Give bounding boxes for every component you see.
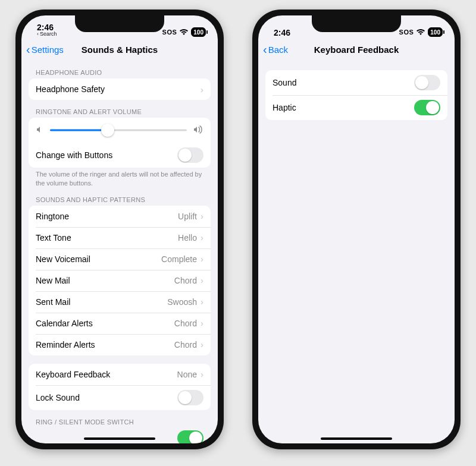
volume-high-icon: [193, 125, 203, 136]
row-value: Chord: [174, 319, 197, 328]
row-pattern[interactable]: New MailChord›: [29, 270, 211, 291]
row-label: Lock Sound: [36, 393, 80, 402]
group-headphone: Headphone Safety ›: [29, 78, 211, 100]
row-label: Reminder Alerts: [36, 340, 95, 350]
screen-sounds-haptics: 2:46 ‹ Search SOS 100 ‹: [21, 15, 218, 443]
toggle-knob: [415, 76, 428, 89]
row-haptic: Haptic: [265, 95, 447, 120]
phone-left: 2:46 ‹ Search SOS 100 ‹: [15, 10, 224, 449]
row-value: Uplift: [178, 212, 197, 221]
battery-indicator: 100: [428, 27, 443, 37]
row-lock-sound: Lock Sound: [29, 385, 211, 410]
notch: [312, 15, 401, 32]
row-label: Keyboard Feedback: [36, 370, 110, 379]
back-button[interactable]: ‹ Back: [263, 38, 288, 61]
row-keyboard-feedback[interactable]: Keyboard Feedback None ›: [29, 364, 211, 385]
chevron-right-icon: ›: [201, 211, 203, 221]
row-value: Complete: [161, 254, 197, 264]
chevron-right-icon: ›: [201, 297, 203, 307]
wifi-icon: [416, 29, 425, 36]
group-header-volume: RINGTONE AND ALERT VOLUME: [29, 100, 211, 118]
battery-indicator: 100: [191, 27, 206, 37]
screen-keyboard-feedback: 2:46 SOS 100 ‹ Back Keyboard Feedback: [258, 15, 455, 443]
row-label: New Mail: [36, 276, 70, 285]
row-sound: Sound: [265, 70, 447, 95]
row-label: Ringtone: [36, 212, 69, 221]
toggle-ring-silent[interactable]: [177, 430, 203, 443]
row-value: Swoosh: [167, 297, 197, 307]
chevron-right-icon: ›: [201, 232, 203, 243]
nav-bar: ‹ Back Keyboard Feedback: [258, 38, 455, 61]
slider-fill: [50, 130, 108, 131]
chevron-left-icon: ‹: [26, 43, 30, 55]
row-pattern[interactable]: Calendar AlertsChord›: [29, 313, 211, 334]
slider-thumb[interactable]: [101, 124, 114, 137]
chevron-right-icon: ›: [201, 84, 203, 95]
toggle-lock-sound[interactable]: [177, 390, 203, 405]
toggle-knob: [178, 149, 192, 162]
group-header-patterns: SOUNDS AND HAPTIC PATTERNS: [29, 188, 211, 206]
row-label: Sent Mail: [36, 297, 70, 307]
row-pattern[interactable]: Sent MailSwoosh›: [29, 291, 211, 313]
chevron-right-icon: ›: [201, 339, 203, 350]
phone-right: 2:46 SOS 100 ‹ Back Keyboard Feedback: [252, 10, 461, 449]
toggle-sound[interactable]: [414, 75, 440, 90]
group-misc: Keyboard Feedback None › Lock Sound: [29, 364, 211, 410]
chevron-right-icon: ›: [201, 275, 203, 285]
row-pattern[interactable]: Reminder AlertsChord›: [29, 334, 211, 355]
home-indicator[interactable]: [84, 437, 155, 440]
row-headphone-safety[interactable]: Headphone Safety ›: [29, 78, 211, 100]
row-label: Change with Buttons: [36, 150, 112, 160]
row-pattern[interactable]: Text ToneHello›: [29, 227, 211, 248]
toggle-knob: [426, 101, 439, 114]
group-keyboard-feedback: Sound Haptic: [265, 70, 447, 120]
row-ring-silent-peek: [29, 430, 211, 443]
row-label: New Voicemail: [36, 254, 90, 264]
content: Sound Haptic: [258, 61, 455, 443]
chevron-right-icon: ›: [201, 318, 203, 328]
row-label: Headphone Safety: [36, 84, 105, 94]
row-value: Hello: [178, 233, 197, 243]
group-header-headphone: HEADPHONE AUDIO: [29, 61, 211, 78]
sos-indicator: SOS: [399, 29, 414, 36]
chevron-left-icon: ‹: [263, 43, 267, 55]
row-pattern[interactable]: RingtoneUplift›: [29, 206, 211, 227]
group-patterns: RingtoneUplift›Text ToneHello›New Voicem…: [29, 206, 211, 355]
sos-indicator: SOS: [162, 29, 177, 36]
group-footer-volume: The volume of the ringer and alerts will…: [29, 168, 211, 188]
row-value: Chord: [174, 340, 197, 350]
breadcrumb[interactable]: ‹ Search: [37, 32, 57, 37]
row-label: Calendar Alerts: [36, 319, 93, 328]
wifi-icon: [179, 29, 189, 36]
content: HEADPHONE AUDIO Headphone Safety › RINGT…: [21, 61, 218, 443]
chevron-right-icon: ›: [201, 369, 203, 379]
status-time: 2:46: [274, 29, 290, 37]
row-volume-slider: [29, 118, 211, 143]
row-pattern[interactable]: New VoicemailComplete›: [29, 248, 211, 270]
back-button[interactable]: ‹ Settings: [26, 38, 64, 61]
toggle-knob: [178, 391, 192, 404]
row-label: Text Tone: [36, 233, 71, 243]
row-value: Chord: [174, 276, 197, 285]
row-change-with-buttons: Change with Buttons: [29, 143, 211, 168]
status-time: 2:46: [37, 23, 57, 32]
toggle-haptic[interactable]: [414, 100, 440, 115]
group-header-ringsilent: RING / SILENT MODE SWITCH: [29, 410, 211, 428]
volume-low-icon: [36, 125, 44, 136]
row-label: Haptic: [273, 103, 296, 112]
row-label: Sound: [273, 78, 296, 87]
page-title: Keyboard Feedback: [314, 45, 399, 55]
home-indicator[interactable]: [321, 437, 392, 440]
back-label: Back: [268, 45, 288, 55]
volume-slider[interactable]: [50, 124, 187, 137]
nav-bar: ‹ Settings Sounds & Haptics: [21, 38, 218, 61]
page-title: Sounds & Haptics: [82, 45, 158, 55]
breadcrumb-label: Search: [40, 32, 57, 37]
toggle-knob: [189, 432, 202, 443]
chevron-right-icon: ›: [201, 254, 203, 264]
back-label: Settings: [32, 45, 64, 55]
toggle-change-with-buttons[interactable]: [177, 147, 203, 163]
group-volume: Change with Buttons: [29, 118, 211, 168]
notch: [75, 15, 164, 32]
chevron-left-icon: ‹: [37, 32, 39, 37]
